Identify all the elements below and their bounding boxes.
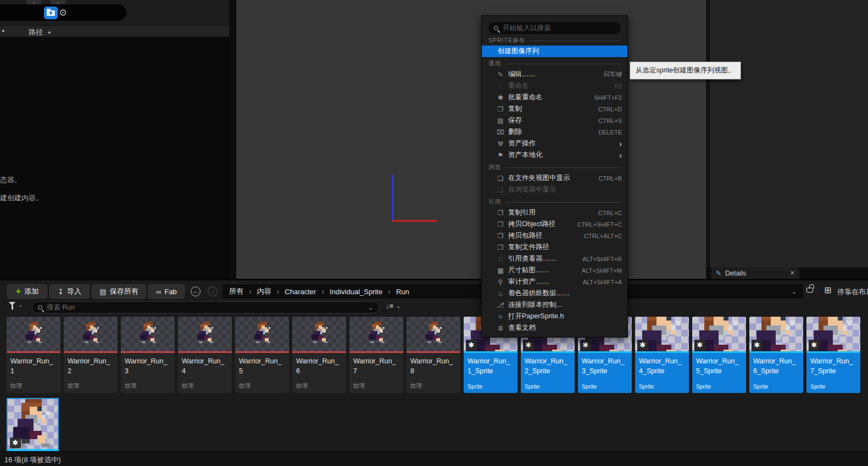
menu-item[interactable]: ❐复制文件路径: [482, 242, 627, 253]
menu-item[interactable]: ≣查看文档: [482, 322, 627, 334]
menu-item[interactable]: ▤保存CTRL+S: [482, 115, 627, 126]
menu-item-label: 重命名: [508, 81, 529, 91]
asset-tile[interactable]: ✱Warrior_Run_5_SpriteSprite: [692, 317, 746, 393]
menu-item[interactable]: ❏在浏览器中显示: [482, 184, 627, 195]
menu-shortcut: CTRL+SHIFT+C: [577, 221, 622, 228]
menu-item[interactable]: ▦尺寸贴图……ALT+SHIFT+M: [482, 265, 627, 276]
folder-search-icon: ❏: [496, 175, 505, 182]
copy-icon: ❐: [496, 221, 505, 228]
sources-panel-toolbar: ⌄ ⌄ ⚙: [0, 0, 229, 25]
menu-item[interactable]: ✎编辑……回车键: [482, 69, 627, 80]
menu-item-label: 复制文件路径: [508, 243, 549, 252]
save-all-button[interactable]: ▤ 保存所有: [92, 284, 146, 299]
sort-button[interactable]: ↓≡ ⌄: [386, 302, 400, 310]
sprite-underline: [749, 351, 803, 353]
content-browser: + 添加 ↧ 导入 ▤ 保存所有 ∞ Fab ← → 所有›内容›Charact…: [0, 279, 868, 466]
menu-item[interactable]: ⚲审计资产……ALT+SHIFT+A: [482, 276, 627, 288]
panel-divider[interactable]: [706, 0, 710, 267]
dock-label[interactable]: 停靠在布局中: [837, 287, 868, 297]
content-browser-toolbar: + 添加 ↧ 导入 ▤ 保存所有 ∞ Fab ← → 所有›内容›Charact…: [0, 283, 868, 299]
chevron-down-icon[interactable]: ⌄: [369, 305, 373, 311]
asset-tile[interactable]: Warrior_Run_2纹理: [64, 317, 118, 393]
menu-search-input[interactable]: 开始输入以搜索: [488, 22, 621, 34]
asset-tile[interactable]: Warrior_Run_3纹理: [121, 317, 175, 393]
selection-status: 16 项(8 项被选中): [4, 455, 61, 465]
tab-details[interactable]: ✎ Details ✕: [711, 267, 799, 279]
chevron-down-icon[interactable]: ⌄: [792, 288, 797, 295]
menu-item-label: 审计资产……: [508, 277, 549, 287]
menu-item[interactable]: ∷引用查看器……ALT+SHIFT+R: [482, 253, 627, 265]
breadcrumb-item[interactable]: Run: [396, 288, 409, 296]
breadcrumb-separator-icon: ›: [321, 287, 324, 296]
asset-tile[interactable]: Warrior_Run_1纹理: [7, 317, 60, 393]
unsaved-asterisk-icon: ✱: [637, 340, 648, 351]
asset-thumbnail: [7, 317, 60, 353]
sources-folder-button[interactable]: [44, 7, 58, 19]
unsaved-asterisk-icon: ✱: [466, 340, 477, 351]
breadcrumb-item[interactable]: 所有: [229, 287, 243, 296]
asset-tile[interactable]: ✱Warrior_Run_6_SpriteSprite: [749, 317, 803, 393]
menu-item[interactable]: ⎇连接到版本控制...: [482, 299, 627, 311]
back-button[interactable]: ←: [191, 287, 201, 296]
menu-item[interactable]: ❐拷贝包路径CTRL+ALT+C: [482, 230, 627, 242]
rename-icon: ⌶: [496, 82, 505, 90]
menu-item[interactable]: ⌶重命名F2: [482, 80, 627, 92]
flag-icon: ⚑: [496, 151, 505, 159]
close-icon[interactable]: ✕: [790, 270, 795, 277]
menu-item[interactable]: 创建图像序列: [482, 46, 627, 57]
asset-tile[interactable]: Warrior_Run_5纹理: [235, 317, 289, 393]
docs-icon: ≣: [496, 324, 505, 332]
breadcrumb-item[interactable]: Individual_Sprite: [330, 288, 382, 296]
asset-tile[interactable]: ✱Warrior_Run_4_SpriteSprite: [635, 317, 689, 393]
path-column-header[interactable]: 路径▲: [29, 27, 52, 37]
sort-ascending-icon[interactable]: ▲: [1, 28, 5, 33]
menu-item[interactable]: ⚒资产操作›: [482, 138, 627, 149]
asset-tile[interactable]: Warrior_Run_4纹理: [178, 317, 232, 393]
breadcrumb-item[interactable]: 内容: [257, 287, 271, 296]
warrior-sprite-thumbnail: [420, 320, 449, 351]
unsaved-asterisk-icon: ✱: [580, 340, 591, 351]
menu-item[interactable]: ⌧删除DELETE: [482, 126, 627, 138]
unsaved-asterisk-icon: ✱: [10, 437, 21, 448]
asset-grid-row: Warrior_Run_1纹理Warrior_Run_2纹理Warrior_Ru…: [7, 317, 860, 393]
asset-tile[interactable]: Warrior_Run_8纹理: [407, 317, 460, 393]
menu-item[interactable]: ⌗打开PaperSprite.h: [482, 311, 627, 322]
add-button[interactable]: + 添加: [7, 284, 47, 299]
audit-icon: ⚲: [496, 278, 505, 286]
menu-item[interactable]: ❐复制引用CTRL+C: [482, 207, 627, 218]
asset-tile[interactable]: Warrior_Run_7纹理: [349, 317, 403, 393]
asset-name: Warrior_Run_7_Sprite: [806, 353, 860, 376]
menu-item[interactable]: ✱批量重命名SHIFT+F2: [482, 92, 627, 103]
menu-item[interactable]: ❏在文件夹视图中显示CTRL+B: [482, 172, 627, 184]
asset-tile-selected-thumb[interactable]: ✱: [7, 398, 59, 452]
asset-tile[interactable]: Warrior_Run_6纹理: [292, 317, 346, 393]
lock-icon[interactable]: [806, 288, 813, 293]
menu-item[interactable]: ❐拷贝Object路径CTRL+SHIFT+C: [482, 218, 627, 230]
bulk-rename-icon: ✱: [496, 94, 505, 102]
import-button[interactable]: ↧ 导入: [49, 284, 90, 299]
menu-section-header: 引用: [488, 198, 621, 206]
asset-type: 纹理: [296, 382, 308, 390]
texture-underline: [7, 351, 60, 353]
asset-name: Warrior_Run_8: [407, 353, 460, 376]
sprite-underline: [578, 351, 632, 353]
breadcrumb-item[interactable]: Character: [285, 288, 316, 296]
asset-tile[interactable]: ✱Warrior_Run_7_SpriteSprite: [806, 317, 860, 393]
panel-divider[interactable]: [229, 0, 236, 279]
asset-search-input[interactable]: 搜索 Run ⌄: [32, 301, 379, 313]
menu-shortcut: CTRL+D: [598, 106, 622, 113]
menu-item[interactable]: ⚑资产本地化›: [482, 149, 627, 161]
menu-item[interactable]: ♨着色器烘焙数据……: [482, 288, 627, 299]
forward-button[interactable]: →: [208, 287, 218, 296]
filter-button[interactable]: ⌄: [9, 302, 23, 308]
sprite-viewport[interactable]: [236, 0, 706, 279]
truncated-text: 建创建内容。: [0, 193, 43, 203]
fab-button[interactable]: ∞ Fab: [148, 284, 185, 299]
gear-icon[interactable]: ⚙: [59, 7, 67, 19]
texture-underline: [178, 351, 232, 353]
cpp-icon: ⌗: [496, 313, 505, 321]
menu-item-label: 引用查看器……: [508, 254, 557, 263]
sort-ascending-icon: ▲: [47, 30, 52, 35]
dock-layout-icon[interactable]: ⊞: [824, 285, 831, 295]
menu-item[interactable]: ❐复制CTRL+D: [482, 103, 627, 115]
